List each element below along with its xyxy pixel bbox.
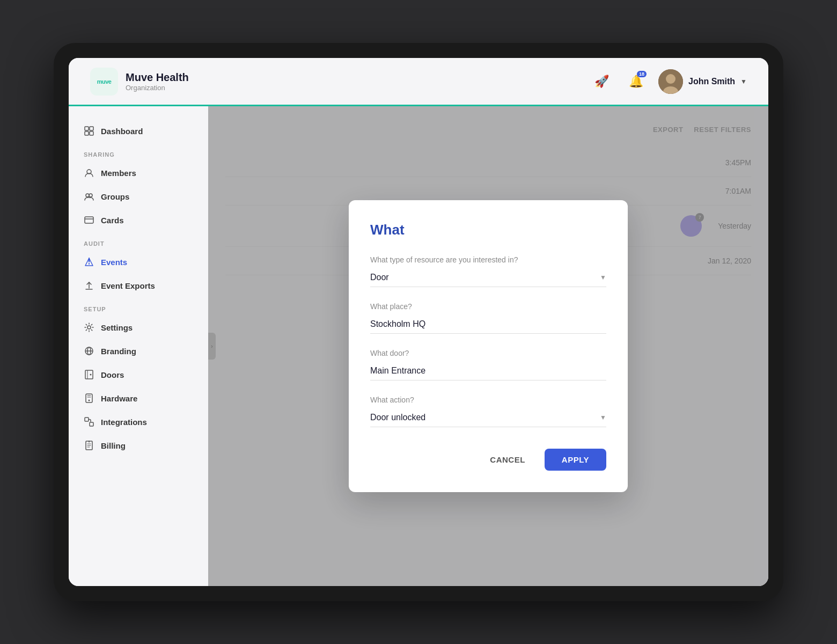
sidebar-event-exports-label: Event Exports	[101, 281, 155, 290]
sidebar-item-branding[interactable]: Branding	[69, 339, 208, 363]
main-area: Dashboard SHARING Members	[69, 106, 768, 586]
sidebar-groups-label: Groups	[101, 192, 129, 201]
sidebar-item-integrations[interactable]: Integrations	[69, 410, 208, 434]
door-label: What door?	[370, 349, 606, 357]
svg-rect-21	[86, 394, 92, 402]
sidebar-item-settings[interactable]: Settings	[69, 316, 208, 339]
sidebar-hardware-label: Hardware	[101, 394, 137, 403]
section-sharing: SHARING	[69, 143, 208, 161]
sidebar-item-events[interactable]: Events	[69, 250, 208, 274]
sidebar-dashboard-label: Dashboard	[101, 127, 143, 136]
cancel-button[interactable]: CANCEL	[479, 449, 536, 471]
door-value: Main Entrance	[370, 366, 425, 376]
dashboard-icon	[84, 126, 94, 136]
org-name: Muve Health	[126, 71, 189, 84]
sidebar-cards-label: Cards	[101, 216, 124, 225]
notification-badge: 18	[637, 71, 647, 77]
sidebar-item-doors[interactable]: Doors	[69, 363, 208, 386]
action-dropdown-arrow: ▼	[600, 414, 606, 421]
modal-title: What	[370, 222, 606, 238]
svg-point-24	[89, 400, 90, 401]
sidebar-doors-label: Doors	[101, 370, 124, 379]
settings-icon	[84, 322, 94, 333]
modal-footer: CANCEL APPLY	[370, 449, 606, 471]
svg-point-9	[89, 194, 92, 197]
what-modal: What What type of resource are you inter…	[349, 200, 628, 492]
user-menu[interactable]: John Smith ▼	[658, 69, 747, 94]
doors-icon	[84, 369, 94, 380]
svg-point-19	[90, 374, 92, 376]
door-input[interactable]: Main Entrance	[370, 362, 606, 380]
svg-rect-6	[90, 131, 93, 135]
topbar: muve Muve Health Organization 🚀 🔔 18	[69, 58, 768, 106]
sidebar-events-label: Events	[101, 258, 127, 267]
sidebar-item-hardware[interactable]: Hardware	[69, 386, 208, 410]
place-label: What place?	[370, 302, 606, 311]
svg-rect-5	[85, 131, 89, 135]
event-exports-icon	[84, 280, 94, 291]
svg-point-14	[87, 326, 91, 329]
place-group: What place? Stockholm HQ	[370, 302, 606, 334]
action-value: Door unlocked	[370, 413, 425, 422]
user-name: John Smith	[688, 77, 735, 86]
svg-point-8	[86, 194, 89, 197]
sidebar-item-groups[interactable]: Groups	[69, 185, 208, 208]
org-info: Muve Health Organization	[126, 71, 189, 92]
content-area: › EXPORT RESET FILTERS 3:45PM 7:01AM	[208, 106, 768, 586]
action-label: What action?	[370, 396, 606, 404]
door-group: What door? Main Entrance	[370, 349, 606, 380]
avatar	[658, 69, 683, 94]
svg-rect-26	[90, 422, 93, 426]
rocket-icon: 🚀	[594, 75, 609, 89]
modal-overlay: What What type of resource are you inter…	[208, 106, 768, 586]
resource-dropdown-arrow: ▼	[600, 274, 606, 281]
action-dropdown[interactable]: Door unlocked ▼	[370, 408, 606, 427]
place-input[interactable]: Stockholm HQ	[370, 315, 606, 334]
sidebar-item-event-exports[interactable]: Event Exports	[69, 274, 208, 297]
resource-value: Door	[370, 273, 389, 282]
apply-button[interactable]: APPLY	[545, 449, 606, 471]
events-icon	[84, 257, 94, 267]
logo-area: muve Muve Health Organization	[90, 68, 189, 96]
sidebar-item-dashboard[interactable]: Dashboard	[69, 119, 208, 143]
hardware-icon	[84, 393, 94, 404]
billing-icon	[84, 440, 94, 451]
sidebar-branding-label: Branding	[101, 347, 136, 356]
members-icon	[84, 167, 94, 178]
resource-type-group: What type of resource are you interested…	[370, 255, 606, 287]
branding-icon	[84, 346, 94, 356]
resource-label: What type of resource are you interested…	[370, 255, 606, 264]
svg-rect-4	[90, 127, 93, 130]
sidebar-item-members[interactable]: Members	[69, 161, 208, 185]
logo-text: muve	[97, 78, 112, 85]
sidebar-settings-label: Settings	[101, 323, 133, 332]
org-sub: Organization	[126, 84, 189, 92]
sidebar-integrations-label: Integrations	[101, 418, 147, 427]
notification-button[interactable]: 🔔 18	[624, 70, 648, 93]
svg-rect-10	[85, 217, 93, 223]
svg-rect-25	[85, 418, 89, 421]
topbar-right: 🚀 🔔 18 John Smith ▼	[590, 69, 747, 94]
sidebar: Dashboard SHARING Members	[69, 106, 208, 586]
action-group: What action? Door unlocked ▼	[370, 396, 606, 427]
rocket-button[interactable]: 🚀	[590, 70, 613, 93]
section-audit: AUDIT	[69, 232, 208, 250]
sidebar-billing-label: Billing	[101, 441, 126, 450]
groups-icon	[84, 191, 94, 202]
sidebar-item-billing[interactable]: Billing	[69, 434, 208, 457]
sidebar-members-label: Members	[101, 169, 136, 178]
cards-icon	[84, 215, 94, 225]
integrations-icon	[84, 416, 94, 427]
user-dropdown-arrow: ▼	[740, 78, 747, 85]
svg-point-1	[666, 74, 676, 84]
logo-badge: muve	[90, 68, 118, 96]
svg-rect-3	[85, 127, 89, 130]
section-setup: SETUP	[69, 297, 208, 316]
place-value: Stockholm HQ	[370, 319, 425, 329]
svg-rect-18	[85, 370, 93, 379]
resource-dropdown[interactable]: Door ▼	[370, 268, 606, 287]
sidebar-item-cards[interactable]: Cards	[69, 208, 208, 232]
